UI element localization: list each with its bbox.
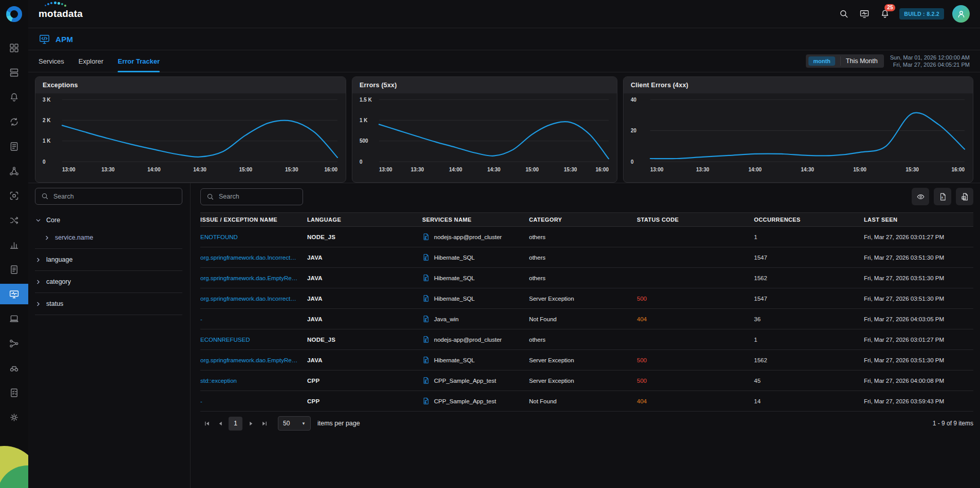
previous-page-button[interactable]	[214, 417, 227, 430]
column-header: STATUS CODE	[637, 217, 754, 223]
first-page-button[interactable]	[200, 417, 214, 430]
service-file-icon	[422, 397, 430, 405]
svg-text:15:00: 15:00	[853, 167, 866, 172]
service-file-icon	[422, 233, 430, 241]
issue-link[interactable]: org.springframework.dao.EmptyRe…	[200, 357, 307, 363]
filters-search-input[interactable]	[53, 193, 176, 200]
tree-node-label: status	[46, 300, 63, 307]
sidebar-item-infrastructure[interactable]	[0, 62, 28, 83]
svg-text:16:00: 16:00	[595, 167, 609, 172]
observability-icon	[9, 363, 20, 374]
service-name: nodejs-app@prod_cluster	[434, 337, 502, 343]
tree-node-status[interactable]: status	[35, 295, 182, 313]
tab-services[interactable]: Services	[39, 51, 64, 72]
sidebar-item-observability[interactable]	[0, 358, 28, 378]
tab-explorer[interactable]: Explorer	[79, 51, 103, 72]
sidebar-item-network[interactable]	[0, 333, 28, 354]
time-range-selector[interactable]: month This Month	[806, 54, 883, 68]
table-row[interactable]: org.springframework.dao.EmptyRe…JAVAHibe…	[200, 350, 973, 370]
sidebar-item-reports[interactable]	[0, 259, 28, 280]
page-size-select[interactable]: 50 ▼	[278, 416, 311, 431]
last-seen-cell: Fri, Mar 27, 2026 04:00:08 PM	[864, 378, 973, 384]
tree-node-category[interactable]: category	[35, 273, 182, 290]
language-cell: CPP	[307, 398, 422, 404]
issue-link[interactable]: org.springframework.dao.EmptyRe…	[200, 275, 307, 281]
sidebar-item-alerts[interactable]	[0, 87, 28, 107]
table-row[interactable]: -JAVAJava_winNot Found40436Fri, Mar 27, …	[200, 309, 973, 329]
endpoints-icon	[9, 314, 20, 324]
avatar[interactable]	[952, 5, 970, 23]
search-icon[interactable]	[838, 8, 850, 20]
last-seen-cell: Fri, Mar 27, 2026 04:03:05 PM	[864, 316, 973, 322]
issue-link[interactable]: ENOTFOUND	[200, 234, 307, 240]
tab-error-tracker[interactable]: Error Tracker	[118, 51, 160, 72]
table-search[interactable]	[200, 188, 303, 205]
svg-text:csv: csv	[962, 197, 965, 199]
csv-export-icon[interactable]: csv	[956, 188, 973, 205]
tree-separator	[35, 248, 182, 249]
sidebar-item-sync[interactable]	[0, 111, 28, 132]
table-row[interactable]: -CPPCPP_Sample_App_testNot Found40414Fri…	[200, 391, 973, 412]
last-page-button[interactable]	[257, 417, 271, 430]
issue-link[interactable]: std::exception	[200, 378, 307, 384]
apps-icon	[9, 43, 20, 53]
sidebar-item-discovery[interactable]	[0, 185, 28, 206]
svg-text:1 K: 1 K	[43, 138, 51, 144]
service-cell: nodejs-app@prod_cluster	[422, 233, 529, 241]
occurrences-cell: 14	[754, 398, 864, 404]
filters-search[interactable]	[35, 188, 182, 205]
occurrences-cell: 1	[754, 234, 864, 240]
category-cell: others	[529, 255, 637, 261]
sidebar-item-integrations[interactable]	[0, 210, 28, 230]
sidebar-item-apm[interactable]	[0, 284, 28, 304]
tree-node-language[interactable]: language	[35, 251, 182, 268]
table-row[interactable]: ECONNREFUSEDNODE_JSnodejs-app@prod_clust…	[200, 329, 973, 350]
table-search-input[interactable]	[219, 193, 301, 200]
svg-text:15:30: 15:30	[564, 167, 577, 172]
issue-link[interactable]: ECONNREFUSED	[200, 337, 307, 343]
sidebar-item-apps[interactable]	[0, 37, 28, 58]
table-row[interactable]: org.springframework.dao.EmptyRe…JAVAHibe…	[200, 268, 973, 288]
current-page-button[interactable]: 1	[229, 417, 242, 431]
table-row[interactable]: ENOTFOUNDNODE_JSnodejs-app@prod_clustero…	[200, 227, 973, 247]
chart-title: Errors (5xx)	[352, 77, 617, 93]
occurrences-cell: 1562	[754, 357, 864, 363]
range-end: Fri, Mar 27, 2026 04:05:21 PM	[890, 61, 970, 68]
sidebar-item-audit[interactable]	[0, 382, 28, 403]
table-row[interactable]: org.springframework.dao.Incorrect…JAVAHi…	[200, 288, 973, 309]
app-root: motadata 25 BUILD : 8.2.2	[0, 0, 980, 488]
svg-text:13:30: 13:30	[411, 167, 424, 172]
filters-panel: Coreservice.namelanguagecategorystatus	[28, 183, 191, 488]
service-cell: CPP_Sample_App_test	[422, 397, 529, 405]
svg-text:A: A	[941, 197, 943, 199]
category-cell: Server Exception	[529, 357, 637, 363]
table-row[interactable]: org.springframework.dao.Incorrect…JAVAHi…	[200, 247, 973, 268]
bell-icon[interactable]: 25	[879, 8, 891, 20]
tree-separator	[35, 292, 182, 293]
tree-node-service-name[interactable]: service.name	[35, 229, 182, 246]
issue-link[interactable]: org.springframework.dao.Incorrect…	[200, 255, 307, 261]
pdf-export-icon[interactable]: A	[934, 188, 951, 205]
network-icon	[9, 338, 20, 349]
table-row[interactable]: std::exceptionCPPCPP_Sample_App_testServ…	[200, 370, 973, 391]
eye-icon[interactable]	[912, 188, 929, 205]
service-cell: Java_win	[422, 315, 529, 323]
sidebar-item-analytics[interactable]	[0, 235, 28, 255]
occurrences-cell: 36	[754, 316, 864, 322]
range-mode-badge: month	[808, 56, 835, 66]
sidebar-item-inventory[interactable]	[0, 136, 28, 157]
column-header: ISSUE / EXCEPTION NAME	[200, 217, 307, 223]
notification-badge: 25	[884, 4, 895, 11]
chevron-right-icon	[44, 235, 50, 241]
issue-link[interactable]: org.springframework.dao.Incorrect…	[200, 296, 307, 302]
svg-text:16:00: 16:00	[324, 167, 337, 172]
sidebar-item-endpoints[interactable]	[0, 308, 28, 329]
tree-node-core[interactable]: Core	[35, 211, 182, 229]
language-cell: JAVA	[307, 357, 422, 363]
sidebar-item-settings[interactable]	[0, 407, 28, 427]
next-page-button[interactable]	[244, 417, 257, 430]
console-monitor-icon[interactable]	[858, 8, 871, 20]
sidebar-item-topology[interactable]	[0, 161, 28, 181]
motadata-logo-icon[interactable]	[0, 0, 28, 28]
occurrences-cell: 45	[754, 378, 864, 384]
